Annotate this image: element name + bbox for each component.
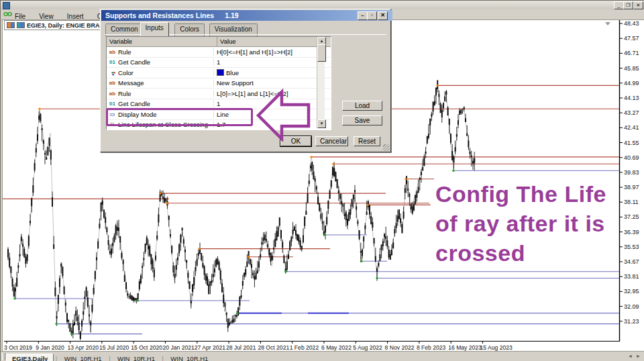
svg-text:45.85: 45.85 xyxy=(624,65,639,72)
annotation-line: of ray after it is xyxy=(435,209,630,238)
annotation-line: crossed xyxy=(435,238,630,268)
svg-text:46.71: 46.71 xyxy=(624,50,639,56)
param-variable: Rule xyxy=(118,90,131,97)
dialog-titlebar[interactable]: Supports and Resistances Lines 1.19 xyxy=(101,10,392,21)
param-value[interactable]: 1 xyxy=(217,100,220,107)
chart-tab-egie3-daily[interactable]: EGIE3,Daily xyxy=(6,354,54,361)
tab-scroll-left-icon[interactable]: ◄ xyxy=(628,354,633,358)
dialog-restore-button[interactable]: ▫ xyxy=(367,11,377,20)
param-value[interactable]: 1 xyxy=(217,58,220,66)
reset-button[interactable]: Reset xyxy=(354,136,380,146)
dialog-version: 1.19 xyxy=(225,11,238,19)
01-type-icon: 01 xyxy=(109,59,116,65)
svg-text:32.09: 32.09 xyxy=(624,303,639,310)
tab-separator: | xyxy=(160,356,165,361)
param-variable: Message xyxy=(118,79,144,87)
dialog-title: Supports and Resistances Lines xyxy=(105,11,214,19)
chart-tab-win-10r-h1[interactable]: WIN_10R,H1 xyxy=(112,354,160,361)
svg-text:20 Jan 2021: 20 Jan 2021 xyxy=(163,344,195,351)
dialog-resize-grip[interactable] xyxy=(383,144,390,151)
cancel-button[interactable]: Cancelar xyxy=(315,136,348,146)
annotation-text: Config The Life of ray after it is cross… xyxy=(435,179,630,268)
tabbar-grip[interactable] xyxy=(2,353,5,360)
indicator-properties-dialog: Supports and Resistances Lines 1.19 – ▫ … xyxy=(100,9,391,152)
column-header-variable: Variable xyxy=(107,37,217,46)
svg-text:5 Aug 2022: 5 Aug 2022 xyxy=(353,344,382,351)
scroll-down-icon[interactable]: ▼ xyxy=(317,119,326,128)
svg-text:15 Aug 2023: 15 Aug 2023 xyxy=(480,344,513,351)
01-type-icon: 01 xyxy=(109,101,116,107)
window-close-button[interactable]: ✕ xyxy=(633,1,643,9)
dialog-tab-inputs[interactable]: Inputs xyxy=(140,22,169,36)
chart-tab-win-10r-h1[interactable]: WIN_10R,H1 xyxy=(59,354,107,361)
param-value[interactable]: Blue xyxy=(226,69,239,76)
ab-type-icon: ab xyxy=(109,91,116,97)
scrollbar-thumb[interactable] xyxy=(317,44,326,62)
application-window: _ ❐ ✕ OO FileViewInsertChartsT 48.4347.5… xyxy=(0,0,644,361)
param-variable: Color xyxy=(118,69,133,76)
svg-text:32.95: 32.95 xyxy=(624,288,639,295)
table-scrollbar[interactable]: ▲ ▼ xyxy=(317,37,325,128)
svg-text:8 Feb 2023: 8 Feb 2023 xyxy=(417,344,446,351)
param-variable: Get Candle xyxy=(118,58,150,66)
param-variable: Rule xyxy=(118,48,131,56)
svg-text:28 Oct 2021: 28 Oct 2021 xyxy=(258,344,289,351)
chart-tab-win-10r-h1[interactable]: WIN_10R,H1 xyxy=(165,354,213,361)
svg-text:41.55: 41.55 xyxy=(624,140,639,146)
svg-text:16 May 2023: 16 May 2023 xyxy=(448,344,482,351)
column-header-value: Value xyxy=(217,37,331,46)
param-row-rule[interactable]: abRuleH[0]<=H[1] and H[1]=>H[2] xyxy=(107,47,331,58)
param-value[interactable]: H[0]<=H[1] and H[1]=>H[2] xyxy=(217,48,292,56)
load-button[interactable]: Load xyxy=(342,101,382,111)
tab-scroll-right-icon[interactable]: ► xyxy=(636,354,641,358)
svg-text:33.81: 33.81 xyxy=(624,273,639,280)
svg-text:3 Oct 2019: 3 Oct 2019 xyxy=(4,344,32,351)
svg-text:44.13: 44.13 xyxy=(624,95,639,101)
tab-separator: | xyxy=(107,356,112,361)
app-icon xyxy=(3,2,10,9)
window-minimize-button[interactable]: _ xyxy=(614,1,624,9)
color-swatch xyxy=(217,69,224,76)
svg-text:28 Jul 2021: 28 Jul 2021 xyxy=(226,344,256,351)
color-type-icon: ● xyxy=(109,70,116,74)
arrow-annotation xyxy=(252,85,316,142)
dialog-close-button[interactable]: ✕ xyxy=(378,11,388,20)
param-row-color[interactable]: ●ColorBlue xyxy=(107,68,331,79)
highlight-rectangle xyxy=(106,108,253,126)
param-row-get-candle[interactable]: 01Get Candle1 xyxy=(107,58,331,68)
param-value[interactable]: New Support xyxy=(217,79,254,87)
svg-text:13 Apr 2020: 13 Apr 2020 xyxy=(68,344,99,351)
svg-text:48.43: 48.43 xyxy=(624,20,639,27)
svg-text:39.83: 39.83 xyxy=(624,169,639,176)
svg-text:8 Nov 2022: 8 Nov 2022 xyxy=(385,344,415,351)
param-variable: Get Candle xyxy=(118,100,150,107)
svg-text:42.41: 42.41 xyxy=(624,124,639,131)
chart-type-icon xyxy=(7,22,15,28)
svg-text:47.57: 47.57 xyxy=(624,35,639,42)
svg-text:27 Apr 2021: 27 Apr 2021 xyxy=(195,344,226,351)
svg-text:1 Feb 2022: 1 Feb 2022 xyxy=(290,344,319,351)
inputs-table-header: Variable Value xyxy=(107,37,331,47)
ab-type-icon: ab xyxy=(109,49,116,55)
svg-text:9 Jan 2020: 9 Jan 2020 xyxy=(36,344,64,351)
svg-text:43.27: 43.27 xyxy=(624,109,639,116)
tab-separator: | xyxy=(54,356,58,361)
svg-text:15 Jul 2020: 15 Jul 2020 xyxy=(99,344,129,351)
svg-text:15 Oct 2020: 15 Oct 2020 xyxy=(131,344,162,351)
svg-text:40.69: 40.69 xyxy=(624,154,639,161)
dialog-minimize-button[interactable]: – xyxy=(358,11,368,20)
svg-text:31.23: 31.23 xyxy=(624,318,639,325)
chart-tab-bar: EGIE3,Daily | WIN_10R,H1 | WIN_10R,H1 | … xyxy=(1,351,644,361)
save-button[interactable]: Save xyxy=(342,115,382,125)
ab-type-icon: ab xyxy=(109,80,116,86)
terminal-logo-icon: OO xyxy=(3,11,11,17)
annotation-line: Config The Life xyxy=(435,179,630,209)
window-restore-button[interactable]: ❐ xyxy=(623,1,633,9)
chart-period-icon xyxy=(17,22,25,28)
svg-text:44.99: 44.99 xyxy=(624,80,639,87)
svg-text:6 May 2022: 6 May 2022 xyxy=(321,344,352,351)
